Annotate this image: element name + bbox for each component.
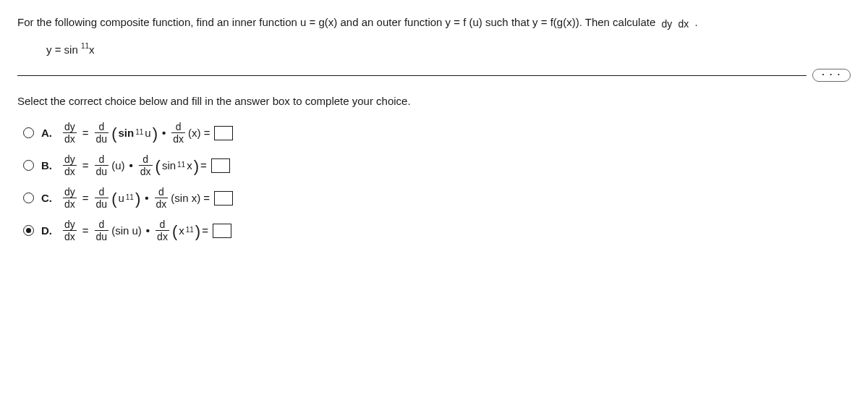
answer-box-c[interactable] xyxy=(214,191,233,206)
radio-a[interactable] xyxy=(23,127,34,138)
eq-lhs: y = sin xyxy=(46,43,78,56)
math-c: dydx = ddu (u11) • ddx (sin x) = xyxy=(61,187,233,209)
question-prompt: For the following composite function, fi… xyxy=(17,14,851,30)
frac-dy-dx: dy dx xyxy=(660,18,690,29)
math-d: dydx = ddu (sin u) • ddx (x11) = xyxy=(61,219,231,242)
radio-c[interactable] xyxy=(23,192,34,203)
answer-box-d[interactable] xyxy=(213,224,231,238)
choice-c[interactable]: C. dydx = ddu (u11) • ddx (sin x) = xyxy=(23,187,851,209)
divider-row: · · · xyxy=(17,69,851,82)
choice-b[interactable]: B. dydx = ddu (u) • ddx (sin11x) = xyxy=(23,154,851,177)
answer-box-b[interactable] xyxy=(211,158,230,173)
math-b: dydx = ddu (u) • ddx (sin11x) = xyxy=(61,154,230,177)
eq-rhs: x xyxy=(89,43,95,56)
frac-num: dy xyxy=(660,18,673,30)
divider-line xyxy=(17,75,807,76)
prompt-part2: . xyxy=(694,16,697,28)
radio-b[interactable] xyxy=(23,160,34,171)
answer-box-a[interactable] xyxy=(214,126,233,140)
eq-exp: 11 xyxy=(81,42,89,50)
radio-d[interactable] xyxy=(23,225,34,236)
instruction-text: Select the correct choice below and fill… xyxy=(17,95,851,107)
prompt-part1: For the following composite function, fi… xyxy=(17,16,658,28)
label-a: A. xyxy=(41,127,54,139)
math-a: dydx = ddu (sin11u) • ddx (x) = xyxy=(61,122,233,144)
label-c: C. xyxy=(41,192,54,204)
choice-d[interactable]: D. dydx = ddu (sin u) • ddx (x11) = xyxy=(23,219,851,242)
label-b: B. xyxy=(41,159,54,172)
choice-a[interactable]: A. dydx = ddu (sin11u) • ddx (x) = xyxy=(23,122,851,144)
given-equation: y = sin 11x xyxy=(46,43,851,56)
more-dots-button[interactable]: · · · xyxy=(812,69,851,82)
frac-den: dx xyxy=(676,18,690,30)
label-d: D. xyxy=(41,224,54,237)
